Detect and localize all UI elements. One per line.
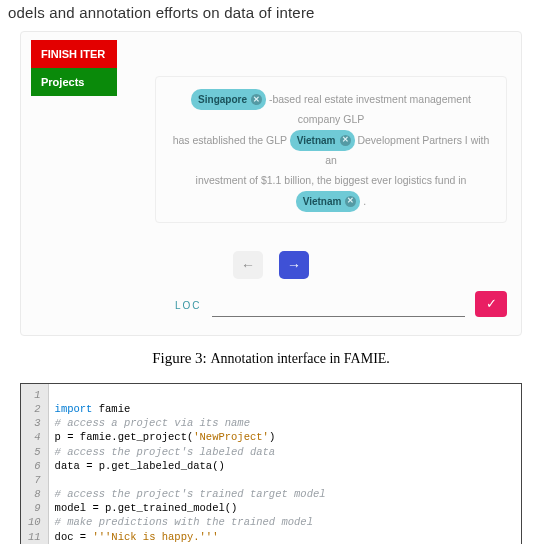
figure-caption: Figure 3: Annotation interface in FAMIE. bbox=[0, 350, 542, 367]
entity-label: Singapore bbox=[198, 90, 247, 109]
entity-tag[interactable]: Vietnam ✕ bbox=[296, 191, 361, 212]
confirm-button[interactable]: ✓ bbox=[475, 291, 507, 317]
entity-tag[interactable]: Singapore ✕ bbox=[191, 89, 266, 110]
text-span: . bbox=[363, 195, 366, 207]
close-icon[interactable]: ✕ bbox=[340, 135, 351, 146]
arrow-right-icon: → bbox=[287, 257, 301, 273]
nav-row: ← → bbox=[35, 251, 507, 279]
projects-button[interactable]: Projects bbox=[31, 68, 117, 96]
line-numbers: 12345678910111213 bbox=[21, 384, 49, 544]
entity-label: Vietnam bbox=[297, 131, 336, 150]
caption-body: Annotation interface in FAMIE. bbox=[210, 351, 389, 366]
arrow-left-icon: ← bbox=[241, 257, 255, 273]
text-span: investment of $1.1 billion, the biggest … bbox=[196, 174, 467, 186]
entity-tag[interactable]: Vietnam ✕ bbox=[290, 130, 355, 151]
finish-iter-button[interactable]: FINISH ITER bbox=[31, 40, 117, 68]
check-icon: ✓ bbox=[486, 296, 497, 311]
annotation-ui-screenshot: FINISH ITER Projects Singapore ✕ -based … bbox=[20, 31, 522, 336]
caption-prefix: Figure 3: bbox=[152, 350, 210, 366]
cropped-paragraph-text: odels and annotation efforts on data of … bbox=[0, 0, 542, 25]
close-icon[interactable]: ✕ bbox=[345, 196, 356, 207]
prev-button[interactable]: ← bbox=[233, 251, 263, 279]
entity-type-label[interactable]: LOC bbox=[175, 300, 202, 311]
text-span: has established the GLP bbox=[173, 134, 287, 146]
close-icon[interactable]: ✕ bbox=[251, 94, 262, 105]
sidebar-buttons: FINISH ITER Projects bbox=[31, 40, 117, 96]
text-input-underline[interactable] bbox=[212, 299, 465, 317]
code-content: import famie # access a project via its … bbox=[49, 384, 521, 544]
next-button[interactable]: → bbox=[279, 251, 309, 279]
entity-label: Vietnam bbox=[303, 192, 342, 211]
annotation-text-panel: Singapore ✕ -based real estate investmen… bbox=[155, 76, 507, 223]
bottom-row: LOC ✓ bbox=[175, 291, 507, 317]
text-span: -based real estate investment management… bbox=[269, 93, 471, 125]
code-listing: 12345678910111213 import famie # access … bbox=[20, 383, 522, 544]
